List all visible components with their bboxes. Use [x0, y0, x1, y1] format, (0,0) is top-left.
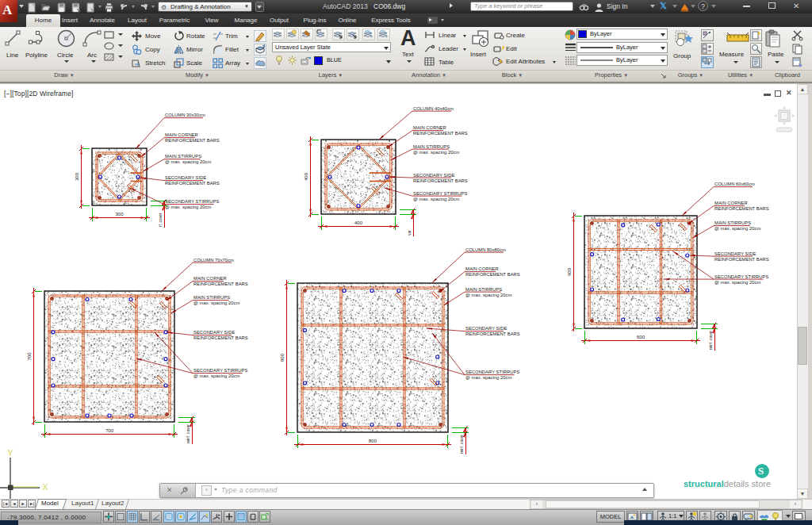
svg-text:600: 600	[637, 335, 645, 339]
svg-text:SECONDARY SIDE: SECONDARY SIDE	[413, 173, 454, 178]
svg-text:REINFORCEMENT BARS: REINFORCEMENT BARS	[165, 181, 220, 186]
svg-text:REINFORCEMENT BARS: REINFORCEMENT BARS	[413, 131, 468, 136]
svg-text:Y: Y	[7, 448, 13, 458]
svg-text:REINFORCEMENT BARS: REINFORCEMENT BARS	[714, 257, 769, 262]
svg-text:@ max. spacing 20cm: @ max. spacing 20cm	[413, 150, 460, 155]
svg-text:COLUMN 80x80cm: COLUMN 80x80cm	[465, 247, 506, 252]
svg-text:300: 300	[75, 172, 79, 181]
svg-text:REINFORCEMENT BARS: REINFORCEMENT BARS	[193, 282, 248, 286]
svg-text:@ max. spacing 20cm: @ max. spacing 20cm	[193, 374, 240, 378]
svg-text:MAIN STIRRUPS: MAIN STIRRUPS	[714, 220, 751, 225]
svg-text:MAIN STIRRUPS: MAIN STIRRUPS	[193, 295, 230, 300]
svg-text:COLUMN 40x40cm: COLUMN 40x40cm	[413, 106, 454, 111]
svg-text:800: 800	[280, 353, 285, 362]
svg-text:X: X	[42, 482, 48, 492]
svg-text:SECONDARY SIDE: SECONDARY SIDE	[714, 251, 756, 256]
svg-text:700: 700	[105, 428, 114, 433]
svg-text:SECONDARY STIRRUPS: SECONDARY STIRRUPS	[465, 370, 519, 374]
svg-text:@ max. spacing 20cm: @ max. spacing 20cm	[413, 197, 460, 201]
svg-text:REINFORCEMENT BARS: REINFORCEMENT BARS	[193, 335, 248, 340]
svg-text:MAIN CORNER: MAIN CORNER	[465, 266, 499, 271]
svg-text:MAIN CORNER: MAIN CORNER	[413, 125, 446, 130]
svg-text:REINFORCEMENT BARS: REINFORCEMENT BARS	[165, 138, 220, 143]
svg-text:SECONDARY SIDE: SECONDARY SIDE	[193, 330, 235, 335]
svg-text:SECONDARY STIRRUPS: SECONDARY STIRRUPS	[413, 191, 467, 196]
svg-text:COLUMN 70x70cm: COLUMN 70x70cm	[193, 258, 234, 262]
svg-text:MAIN CORNER: MAIN CORNER	[193, 276, 227, 281]
svg-text:400: 400	[304, 172, 308, 181]
svg-text:reinf. cover: reinf. cover	[460, 435, 464, 454]
svg-text:@ max. spacing 20cm: @ max. spacing 20cm	[165, 205, 212, 209]
svg-text:MAIN CORNER: MAIN CORNER	[714, 201, 748, 205]
svg-text:SECONDARY STIRRUPS: SECONDARY STIRRUPS	[193, 368, 247, 373]
svg-text:@ max. spacing 20cm: @ max. spacing 20cm	[193, 301, 240, 305]
svg-text:SECONDARY SIDE: SECONDARY SIDE	[465, 326, 507, 331]
svg-text:MAIN CORNER: MAIN CORNER	[165, 132, 198, 137]
svg-text:@ max. spacing 20cm: @ max. spacing 20cm	[465, 293, 512, 297]
svg-text:reinf. cover: reinf. cover	[709, 331, 713, 350]
svg-text:SECONDARY STIRRUPS: SECONDARY STIRRUPS	[714, 274, 768, 279]
svg-text:MAIN STIRRUPS: MAIN STIRRUPS	[165, 154, 201, 159]
svg-text:300: 300	[115, 212, 124, 217]
svg-text:@ max. spacing 20cm: @ max. spacing 20cm	[714, 280, 761, 285]
svg-text:400: 400	[354, 220, 363, 225]
svg-text:COLUMN 30x30cm: COLUMN 30x30cm	[165, 113, 205, 117]
svg-text:@ max. spacing 20cm: @ max. spacing 20cm	[465, 375, 512, 380]
svg-text:700: 700	[27, 352, 32, 361]
svg-text:rf. cover: rf. cover	[159, 213, 163, 227]
svg-text:@ max. spacing 20cm: @ max. spacing 20cm	[714, 226, 761, 231]
svg-text:MAIN STIRRUPS: MAIN STIRRUPS	[413, 144, 450, 149]
svg-text:REINFORCEMENT BARS: REINFORCEMENT BARS	[413, 178, 468, 183]
svg-text:800: 800	[369, 439, 377, 443]
svg-text:COLUMN 60x60cm: COLUMN 60x60cm	[714, 182, 755, 186]
svg-text:REINFORCEMENT BARS: REINFORCEMENT BARS	[465, 272, 520, 277]
svg-text:reinf. cover: reinf. cover	[186, 424, 190, 443]
svg-text:MAIN STIRRUPS: MAIN STIRRUPS	[465, 287, 502, 292]
svg-text:REINFORCEMENT BARS: REINFORCEMENT BARS	[465, 331, 520, 336]
svg-text:SECONDARY STIRRUPS: SECONDARY STIRRUPS	[165, 199, 219, 204]
svg-text:@ max. spacing 20cm: @ max. spacing 20cm	[165, 159, 212, 164]
svg-text:600: 600	[567, 267, 572, 276]
svg-text:var: var	[408, 230, 412, 236]
svg-text:SECONDARY SIDE: SECONDARY SIDE	[165, 175, 206, 180]
svg-text:REINFORCEMENT BARS: REINFORCEMENT BARS	[714, 206, 769, 211]
